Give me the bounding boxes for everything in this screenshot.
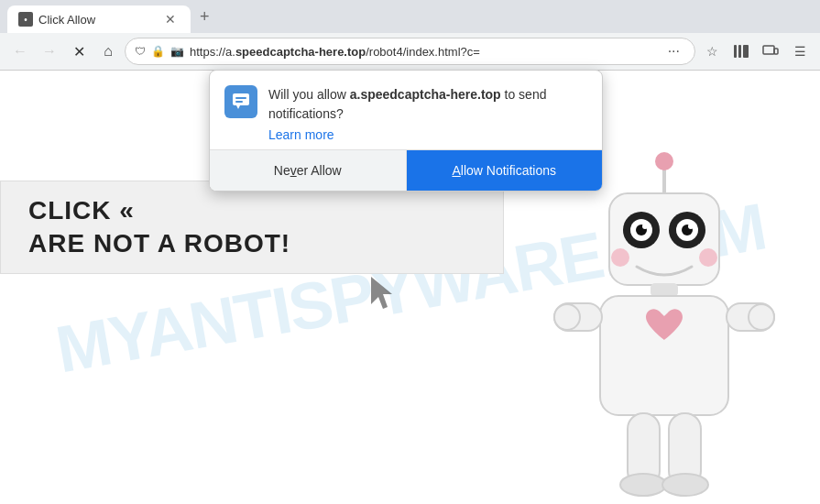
back-button[interactable]: ← [7,38,33,64]
browser-chrome: • Click Allow ✕ + ← → ✕ ⌂ 🛡 🔒 📷 https://… [0,0,820,71]
shield-icon: 🛡 [135,45,146,58]
home-button[interactable]: ⌂ [95,38,121,64]
svg-point-29 [554,304,580,330]
url-display[interactable]: https://a.speedcaptcha-here.top/robot4/i… [190,45,657,59]
allow-notifications-button[interactable]: Allow Notifications [407,150,603,191]
click-allow-banner: CLICK « ARE NOT A ROBOT! [0,181,504,274]
svg-rect-9 [235,97,246,99]
robot-illustration [536,138,793,504]
not-robot-label: ARE NOT A ROBOT! [28,229,476,258]
lock-icon: 🔒 [151,45,165,58]
popup-question-prefix: Will you allow [268,87,350,102]
svg-rect-7 [233,93,249,105]
url-domain: speedcaptcha-here.top [235,45,366,59]
svg-rect-3 [738,45,741,58]
svg-point-30 [749,304,774,330]
svg-point-24 [699,248,717,267]
stop-button[interactable]: ✕ [66,38,92,64]
svg-point-21 [642,224,648,229]
tab-title: Click Allow [38,13,156,27]
svg-point-13 [655,152,673,170]
svg-point-22 [688,224,694,229]
svg-marker-8 [236,105,240,109]
browser-window: • Click Allow ✕ + ← → ✕ ⌂ 🛡 🔒 📷 https://… [0,0,820,504]
svg-rect-4 [743,45,749,58]
svg-point-34 [662,474,708,496]
active-tab[interactable]: • Click Allow ✕ [7,5,191,33]
svg-rect-25 [651,283,678,297]
learn-more-link[interactable]: Learn more [268,127,587,142]
new-tab-button[interactable]: + [194,5,215,28]
popup-text: Will you allow a.speedcaptcha-here.top t… [268,85,587,124]
forward-button[interactable]: → [37,38,62,64]
svg-rect-6 [774,49,778,54]
svg-point-33 [620,474,666,496]
underline-a: A [452,163,460,178]
click-allow-label: CLICK « [28,196,476,225]
svg-rect-26 [600,296,728,415]
svg-rect-2 [734,45,737,58]
svg-rect-10 [235,101,243,103]
popup-domain: a.speedcaptcha-here.top [350,87,501,102]
never-allow-button[interactable]: Never Allow [210,150,407,191]
tab-bar: • Click Allow ✕ + [0,0,820,33]
library-icon[interactable] [728,38,754,64]
responsive-icon[interactable] [758,38,783,64]
popup-chat-icon [224,85,257,118]
popup-body: Will you allow a.speedcaptcha-here.top t… [210,71,602,149]
pointer-arrow [366,272,403,318]
tab-favicon: • [18,12,33,27]
notification-popup: Will you allow a.speedcaptcha-here.top t… [209,70,603,192]
url-more-button[interactable]: ··· [662,41,685,61]
underline-v: v [290,163,297,178]
menu-button[interactable]: ☰ [787,38,813,64]
click-text: CLICK « [28,196,135,225]
svg-text:•: • [24,15,27,25]
bookmark-icon[interactable]: ☆ [699,38,725,64]
toolbar: ← → ✕ ⌂ 🛡 🔒 📷 https://a.speedcaptcha-her… [0,33,820,70]
tab-close-button[interactable]: ✕ [161,10,180,28]
popup-message: Will you allow a.speedcaptcha-here.top t… [268,85,587,142]
address-bar[interactable]: 🛡 🔒 📷 https://a.speedcaptcha-here.top/ro… [125,38,695,65]
toolbar-icons: ☆ ☰ [699,38,813,64]
svg-marker-11 [371,277,392,309]
camera-icon: 📷 [170,45,184,58]
svg-rect-5 [763,46,774,54]
svg-point-23 [611,248,629,267]
popup-actions: Never Allow Allow Notifications [210,149,602,191]
